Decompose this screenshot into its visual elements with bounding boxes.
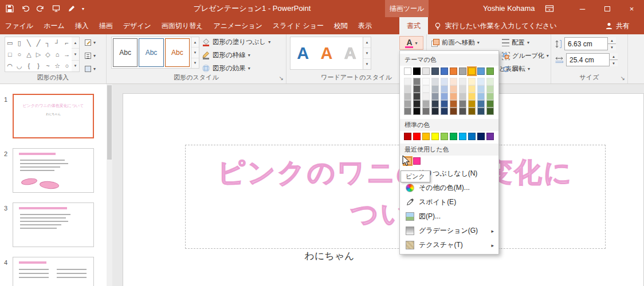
- slide-editing-surface[interactable]: ピンクのワニの体色変化に ついて わにちゃん: [123, 93, 644, 286]
- shape-icon-16[interactable]: {: [28, 62, 30, 69]
- gallery-down-icon[interactable]: ▼: [363, 48, 371, 59]
- shape-outline-button[interactable]: 図形の枠線 ▾: [202, 49, 250, 61]
- theme-variant-7-1[interactable]: [468, 85, 476, 93]
- theme-variant-8-0[interactable]: [477, 78, 485, 85]
- menu-item-more-colors[interactable]: その他の色(M)...: [400, 181, 498, 195]
- theme-color-swatch-2[interactable]: [422, 67, 430, 75]
- theme-variant-5-0[interactable]: [450, 78, 457, 85]
- theme-variant-1-3[interactable]: [413, 100, 421, 108]
- theme-variant-3-2[interactable]: [431, 93, 439, 100]
- title-placeholder[interactable]: ピンクのワニの体色変化に ついて: [185, 145, 606, 249]
- gallery-down-icon[interactable]: ▼: [72, 49, 79, 60]
- theme-variant-4-0[interactable]: [441, 78, 448, 85]
- shape-icon-12[interactable]: ⌂: [56, 51, 60, 58]
- shape-icon-14[interactable]: ◠: [7, 62, 13, 70]
- standard-color-swatch-1[interactable]: [413, 133, 421, 140]
- gallery-up-icon[interactable]: ▲: [191, 37, 199, 47]
- shape-icon-17[interactable]: }: [37, 62, 40, 69]
- undo-button[interactable]: [20, 3, 30, 14]
- theme-variant-9-1[interactable]: [486, 85, 494, 93]
- shape-icon-9[interactable]: △: [26, 51, 31, 58]
- shape-style-preset-1[interactable]: Abc: [113, 38, 138, 67]
- tab-design[interactable]: デザイン: [118, 17, 156, 34]
- shape-icon-1[interactable]: ▯: [18, 39, 21, 47]
- standard-color-swatch-0[interactable]: [404, 133, 411, 140]
- standard-color-swatch-4[interactable]: [441, 133, 448, 140]
- tab-animations[interactable]: アニメーション: [208, 17, 268, 34]
- theme-variant-4-2[interactable]: [441, 93, 448, 100]
- theme-variant-0-4[interactable]: [404, 108, 411, 115]
- slide-thumbnail-1[interactable]: ピンクのワニの体色変化についてわにちゃん: [13, 94, 94, 138]
- theme-variant-5-2[interactable]: [450, 93, 457, 100]
- tab-review[interactable]: 校閲: [329, 17, 353, 34]
- text-box-button[interactable]: ▾: [85, 50, 104, 61]
- tab-view[interactable]: 表示: [353, 17, 377, 34]
- spin-up-icon[interactable]: ▲: [610, 53, 618, 60]
- wordart-style-preset-1[interactable]: A: [292, 38, 314, 68]
- theme-variant-0-0[interactable]: [404, 78, 411, 85]
- theme-variant-4-4[interactable]: [441, 108, 448, 115]
- standard-color-swatch-6[interactable]: [459, 133, 466, 140]
- tab-insert[interactable]: 挿入: [70, 17, 94, 34]
- spin-up-icon[interactable]: ▲: [608, 37, 616, 44]
- shape-icon-11[interactable]: ◇: [45, 51, 50, 58]
- standard-color-swatch-9[interactable]: [486, 133, 494, 140]
- touch-mode-button[interactable]: [66, 3, 77, 14]
- menu-item-picture[interactable]: 図(P)...: [400, 209, 498, 224]
- theme-variant-7-0[interactable]: [468, 78, 476, 85]
- menu-item-eyedropper[interactable]: スポイト(E): [400, 195, 498, 209]
- wordart-style-preset-2[interactable]: A: [315, 38, 337, 68]
- theme-color-swatch-3[interactable]: [431, 67, 439, 75]
- maximize-button[interactable]: [595, 0, 619, 17]
- theme-variant-5-1[interactable]: [450, 85, 457, 93]
- ribbon-display-options-button[interactable]: [545, 5, 554, 13]
- tab-draw[interactable]: 描画: [94, 17, 118, 34]
- theme-color-swatch-6[interactable]: [459, 67, 466, 75]
- start-slideshow-button[interactable]: [51, 3, 61, 14]
- menu-item-gradient[interactable]: グラデーション(G)▸: [400, 224, 498, 238]
- theme-variant-3-0[interactable]: [431, 78, 439, 85]
- theme-variant-3-3[interactable]: [431, 100, 439, 108]
- theme-variant-8-2[interactable]: [477, 93, 485, 100]
- tab-format[interactable]: 書式: [399, 17, 428, 34]
- recent-color-swatch-1[interactable]: [413, 157, 421, 165]
- theme-variant-1-0[interactable]: [413, 78, 421, 85]
- tab-transitions[interactable]: 画面切り替え: [156, 17, 209, 34]
- theme-variant-2-2[interactable]: [422, 93, 430, 100]
- theme-variant-7-2[interactable]: [468, 93, 476, 100]
- theme-variant-8-3[interactable]: [477, 100, 485, 108]
- theme-variant-6-4[interactable]: [459, 108, 466, 115]
- close-button[interactable]: ×: [619, 0, 644, 17]
- share-button[interactable]: 共有: [605, 17, 630, 34]
- standard-color-swatch-3[interactable]: [431, 133, 439, 140]
- group-objects-button[interactable]: グループ化 ▾: [502, 50, 549, 62]
- shape-icon-20[interactable]: ○: [65, 62, 69, 69]
- theme-variant-1-4[interactable]: [413, 108, 421, 115]
- shape-icon-15[interactable]: ◡: [17, 62, 22, 70]
- dialog-launcher-icon[interactable]: ↘: [279, 76, 284, 81]
- theme-variant-1-2[interactable]: [413, 93, 421, 100]
- thumbnail-scrollbar[interactable]: [107, 84, 112, 286]
- theme-variant-6-0[interactable]: [459, 78, 466, 85]
- theme-variant-7-3[interactable]: [468, 100, 476, 108]
- theme-variant-0-3[interactable]: [404, 100, 411, 108]
- theme-variant-0-2[interactable]: [404, 93, 411, 100]
- theme-variant-6-1[interactable]: [459, 85, 466, 93]
- user-name[interactable]: Yoshie Kohama: [483, 0, 535, 17]
- shape-icon-6[interactable]: ⌐: [65, 39, 68, 46]
- theme-variant-9-0[interactable]: [486, 78, 494, 85]
- shape-icon-7[interactable]: □: [8, 51, 12, 58]
- shape-icon-4[interactable]: ┐: [46, 39, 50, 46]
- bring-forward-button[interactable]: 前面へ移動 ▾: [431, 37, 480, 49]
- standard-color-swatch-2[interactable]: [422, 133, 430, 140]
- spin-down-icon[interactable]: ▼: [608, 44, 616, 50]
- tab-home[interactable]: ホーム: [38, 17, 70, 34]
- standard-color-swatch-7[interactable]: [468, 133, 476, 140]
- scrollbar-thumb[interactable]: [107, 85, 112, 160]
- standard-color-swatch-8[interactable]: [477, 133, 485, 140]
- theme-color-swatch-0[interactable]: [404, 67, 411, 75]
- slide-thumbnail-4[interactable]: [13, 257, 94, 286]
- merge-shapes-button[interactable]: ▾: [85, 63, 104, 74]
- tell-me-search[interactable]: 実行したい作業を入力してください: [434, 17, 557, 34]
- theme-variant-6-2[interactable]: [459, 93, 466, 100]
